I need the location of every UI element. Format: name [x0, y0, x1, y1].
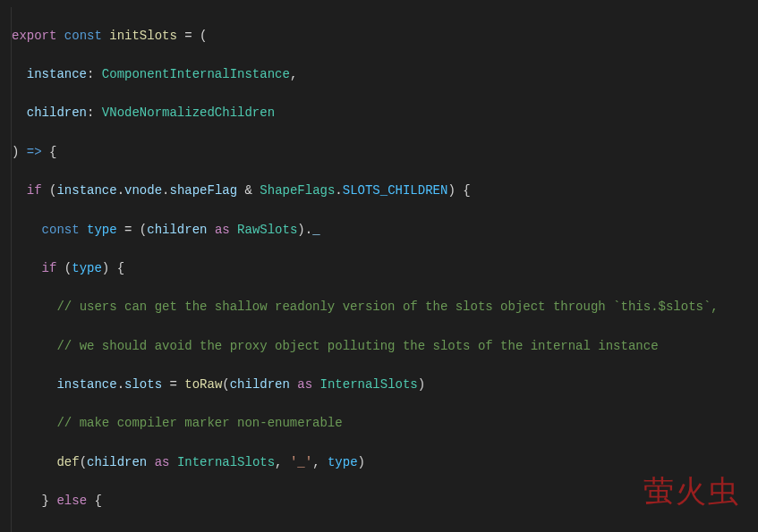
code-line: children: VNodeNormalizedChildren [12, 104, 747, 123]
code-line: def(children as InternalSlots, '_', type… [12, 453, 747, 473]
code-line: } else { [12, 492, 747, 511]
code-line: // we should avoid the proxy object poll… [12, 337, 747, 357]
code-line: export const initSlots = ( [12, 27, 747, 46]
code-line: // users can get the shallow readonly ve… [12, 298, 747, 317]
code-line: instance: ComponentInternalInstance, [12, 65, 747, 85]
code-line: // make compiler marker non-enumerable [12, 414, 747, 434]
code-line: const type = (children as RawSlots)._ [12, 221, 747, 241]
code-line: if (instance.vnode.shapeFlag & ShapeFlag… [12, 182, 747, 201]
code-line: ) => { [12, 143, 747, 163]
code-line: if (type) { [12, 259, 747, 279]
code-line: instance.slots = toRaw(children as Inter… [12, 376, 747, 395]
code-editor: export const initSlots = ( instance: Com… [11, 7, 747, 532]
